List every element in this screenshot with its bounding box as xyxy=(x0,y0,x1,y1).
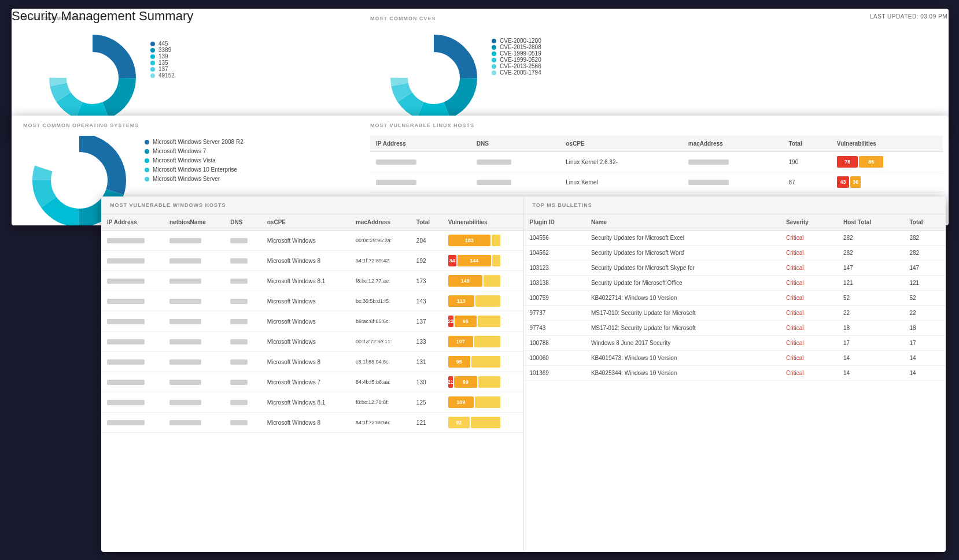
os-legend-item: Microsoft Windows 10 Enterprise xyxy=(145,166,244,173)
ports-legend-item: 135 xyxy=(150,60,175,66)
ports-legend-item: 3389 xyxy=(150,47,175,53)
win-total: 125 xyxy=(411,392,442,413)
legend-label: 139 xyxy=(158,53,168,60)
vuln-bar-fill xyxy=(474,336,500,347)
linux-col-oscpe: osCPE xyxy=(560,136,682,152)
windows-section-label: MOST VULNERABLE WINDOWS HOSTS xyxy=(101,196,524,214)
vuln-bar-critical: 43 xyxy=(837,176,850,188)
vuln-bar-seg2: 99 xyxy=(454,376,477,388)
win-dns xyxy=(224,311,261,332)
linux-col-total: Total xyxy=(783,136,831,152)
win-ip xyxy=(101,311,164,332)
win-ip xyxy=(101,231,164,251)
win-ip xyxy=(101,291,164,311)
linux-col-dns: DNS xyxy=(471,136,560,152)
win-mac: a4:1f:72:88:66: xyxy=(350,413,411,433)
windows-table-row: Microsoft Windows 8.1 f8:bc:12:77:ae: 17… xyxy=(101,271,523,291)
linux-col-ip: IP Address xyxy=(370,136,471,152)
bull-name: MS17-010: Security Update for Microsoft xyxy=(585,306,780,321)
vuln-bar-fill xyxy=(478,376,500,388)
bull-col-id: Plugin ID xyxy=(524,214,585,231)
win-nb xyxy=(164,372,224,392)
win-col-vuln: Vulnerabilities xyxy=(442,214,523,231)
legend-label: CVE-1999-0520 xyxy=(500,57,541,63)
bull-host-total: 14 xyxy=(838,351,904,366)
win-dns xyxy=(224,231,261,251)
page-header: Security Management Summary LAST UPDATED… xyxy=(12,9,947,24)
bull-severity: Critical xyxy=(780,246,838,261)
bull-total: 282 xyxy=(903,231,946,246)
linux-col-mac: macAddress xyxy=(683,136,783,152)
bull-col-host: Host Total xyxy=(838,214,904,231)
ports-legend-item: 49152 xyxy=(150,72,175,79)
win-mac: b8:ac:6f:85:6c: xyxy=(350,311,411,332)
bulletins-table-row: 103123 Security Updates for Microsoft Sk… xyxy=(524,261,946,276)
linux-os: Linux Kernel xyxy=(560,172,682,192)
win-dns xyxy=(224,352,261,372)
bulletins-table-row: 104562 Security Updates for Microsoft Wo… xyxy=(524,246,946,261)
bulletins-table-row: 97737 MS17-010: Security Update for Micr… xyxy=(524,306,946,321)
cves-chart xyxy=(388,32,480,125)
win-col-total: Total xyxy=(411,214,442,231)
win-col-mac: macAddress xyxy=(350,214,411,231)
legend-dot xyxy=(150,42,155,46)
linux-dns xyxy=(471,152,560,172)
win-col-os: osCPE xyxy=(261,214,350,231)
legend-dot xyxy=(145,177,149,181)
bull-total: 17 xyxy=(903,336,946,351)
bull-name: KB4022714: Windows 10 Version xyxy=(585,291,780,306)
bull-name: KB4019473: Windows 10 Version xyxy=(585,351,780,366)
win-total: 130 xyxy=(411,372,442,392)
win-os: Microsoft Windows xyxy=(261,332,350,352)
win-dns xyxy=(224,413,261,433)
win-os: Microsoft Windows 8.1 xyxy=(261,392,350,413)
bulletins-table-row: 100788 Windows 8 June 2017 Security Crit… xyxy=(524,336,946,351)
win-dns xyxy=(224,392,261,413)
bull-host-total: 14 xyxy=(838,366,904,381)
linux-hosts-table: IP Address DNS osCPE macAddress Total Vu… xyxy=(370,136,943,192)
vuln-bar-critical: 76 xyxy=(837,156,858,168)
bull-severity: Critical xyxy=(780,306,838,321)
win-nb xyxy=(164,231,224,251)
legend-label: Microsoft Windows Server xyxy=(153,176,220,182)
ports-legend: 445338913913513749152 xyxy=(150,40,175,79)
win-mac: 84:4b:f5:b6:aa: xyxy=(350,372,411,392)
win-nb xyxy=(164,332,224,352)
legend-dot xyxy=(150,61,155,65)
win-dns xyxy=(224,271,261,291)
cves-legend-item: CVE-2015-2808 xyxy=(492,44,541,50)
vuln-bar-seg2: 96 xyxy=(455,316,477,327)
win-vuln: 92 xyxy=(442,413,523,433)
win-ip xyxy=(101,372,164,392)
os-legend-item: Microsoft Windows Vista xyxy=(145,157,244,164)
ports-legend-item: 445 xyxy=(150,40,175,47)
win-nb xyxy=(164,271,224,291)
bull-id: 103138 xyxy=(524,276,585,291)
cves-legend-item: CVE-1999-0519 xyxy=(492,50,541,57)
legend-label: CVE-1999-0519 xyxy=(500,50,541,57)
os-legend-item: Microsoft Windows Server xyxy=(145,176,244,182)
bull-id: 97743 xyxy=(524,321,585,336)
win-dns xyxy=(224,332,261,352)
win-mac: 00:13:72:5e:11: xyxy=(350,332,411,352)
bull-host-total: 147 xyxy=(838,261,904,276)
win-vuln: 34 144 xyxy=(442,251,523,271)
windows-table-row: Microsoft Windows 8.1 f8:bc:12:70:8f: 12… xyxy=(101,392,523,413)
linux-col-vuln: Vulnerabilities xyxy=(831,136,943,152)
legend-label: CVE-2013-2566 xyxy=(500,63,541,69)
win-vuln: 113 xyxy=(442,291,523,311)
legend-dot xyxy=(492,64,496,69)
legend-dot xyxy=(492,45,496,50)
vuln-bar-high: 86 xyxy=(859,156,883,168)
linux-table-row: Linux Kernel 2.6.32- 190 76 86 xyxy=(370,152,943,172)
bull-total: 14 xyxy=(903,366,946,381)
bull-id: 100788 xyxy=(524,336,585,351)
legend-label: 49152 xyxy=(158,72,175,79)
win-nb xyxy=(164,352,224,372)
cves-legend-item: CVE-1999-0520 xyxy=(492,57,541,63)
vuln-bar-seg1: 21 xyxy=(448,376,453,388)
win-total: 131 xyxy=(411,352,442,372)
bull-host-total: 22 xyxy=(838,306,904,321)
bull-name: Security Updates for Microsoft Word xyxy=(585,246,780,261)
legend-label: CVE-2000-1200 xyxy=(500,38,541,44)
